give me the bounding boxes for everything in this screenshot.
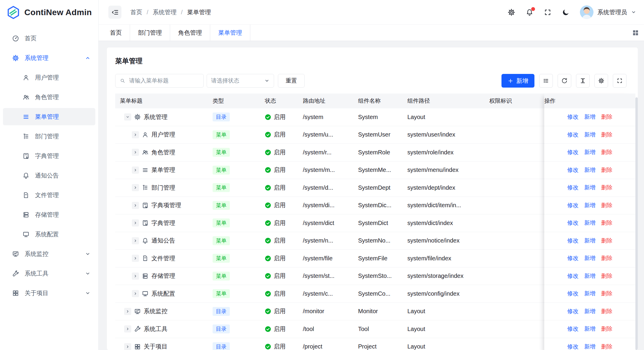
delete-link[interactable]: 删除 [601,148,613,156]
delete-link[interactable]: 删除 [601,325,613,333]
fullscreen-button[interactable] [613,74,626,88]
list-button[interactable] [539,74,553,88]
row-expand-button[interactable] [132,290,139,297]
sidebar-item-存储管理[interactable]: 存储管理 [3,206,95,223]
row-expand-button[interactable] [124,308,131,315]
edit-link[interactable]: 修改 [567,343,579,350]
add-link[interactable]: 新增 [584,272,596,280]
line-height-button[interactable] [576,74,590,88]
delete-link[interactable]: 删除 [601,254,613,262]
delete-link[interactable]: 删除 [601,219,613,227]
delete-link[interactable]: 删除 [601,166,613,174]
search-input[interactable] [129,77,199,84]
component-name-cell: Monitor [353,308,403,315]
delete-link[interactable]: 删除 [601,202,613,209]
add-link[interactable]: 新增 [584,290,596,297]
refresh-button[interactable] [558,74,571,88]
sidebar-item-关于项目[interactable]: 关于项目 [3,284,95,302]
vertical-scrollbar-thumb[interactable] [635,97,638,350]
edit-link[interactable]: 修改 [567,237,579,245]
row-expand-button[interactable] [132,255,139,262]
row-collapse-button[interactable] [124,113,131,121]
add-button[interactable]: 新增 [501,74,534,88]
row-expand-button[interactable] [132,184,139,191]
bell-icon[interactable] [526,8,534,16]
edit-link[interactable]: 修改 [567,308,579,315]
add-link[interactable]: 新增 [584,184,596,191]
gear-button[interactable] [594,74,608,88]
sidebar-item-label: 字典管理 [35,152,59,160]
delete-link[interactable]: 删除 [601,237,613,245]
delete-link[interactable]: 删除 [601,184,613,191]
add-link[interactable]: 新增 [584,237,596,245]
edit-link[interactable]: 修改 [567,290,579,297]
sidebar-item-系统监控[interactable]: 系统监控 [3,245,95,262]
breadcrumb-item[interactable]: 首页 [130,8,142,16]
edit-link[interactable]: 修改 [567,166,579,174]
menu-title-cell: 系统配置 [115,290,208,298]
tab-首页[interactable]: 首页 [102,25,130,41]
sidebar-item-系统管理[interactable]: 系统管理 [3,49,95,66]
add-link[interactable]: 新增 [584,131,596,139]
add-link[interactable]: 新增 [584,202,596,209]
row-expand-button[interactable] [132,273,139,280]
delete-link[interactable]: 删除 [601,343,613,350]
delete-link[interactable]: 删除 [601,308,613,315]
status-select[interactable]: 请选择状态 [207,74,274,88]
edit-link[interactable]: 修改 [567,325,579,333]
row-expand-button[interactable] [124,343,131,350]
edit-link[interactable]: 修改 [567,254,579,262]
fullscreen-icon[interactable] [544,8,552,16]
delete-link[interactable]: 删除 [601,113,613,121]
row-expand-button[interactable] [132,131,139,138]
edit-link[interactable]: 修改 [567,148,579,156]
add-link[interactable]: 新增 [584,254,596,262]
edit-link[interactable]: 修改 [567,113,579,121]
row-expand-button[interactable] [132,149,139,156]
delete-link[interactable]: 删除 [601,272,613,280]
gear-icon[interactable] [507,8,515,16]
tab-角色管理[interactable]: 角色管理 [170,25,210,41]
delete-link[interactable]: 删除 [601,131,613,139]
breadcrumb-item[interactable]: 菜单管理 [187,8,211,16]
add-link[interactable]: 新增 [584,166,596,174]
sidebar-item-菜单管理[interactable]: 菜单管理 [3,108,95,125]
sidebar-item-系统工具[interactable]: 系统工具 [3,265,95,282]
add-link[interactable]: 新增 [584,219,596,227]
sidebar-item-首页[interactable]: 首页 [3,30,95,47]
sidebar-item-部门管理[interactable]: 部门管理 [3,128,95,145]
tab-菜单管理[interactable]: 菜单管理 [210,25,250,41]
edit-link[interactable]: 修改 [567,131,579,139]
sidebar-item-系统配置[interactable]: 系统配置 [3,226,95,243]
row-expand-button[interactable] [132,237,139,244]
moon-fill-icon[interactable] [562,8,570,16]
top-header: 首页/系统管理/菜单管理 [99,0,644,25]
add-link[interactable]: 新增 [584,148,596,156]
add-link[interactable]: 新增 [584,113,596,121]
delete-link[interactable]: 删除 [601,290,613,297]
sidebar-item-字典管理[interactable]: 字典管理 [3,147,95,164]
component-name-cell: SystemNo... [353,237,403,244]
sidebar-item-通知公告[interactable]: 通知公告 [3,167,95,184]
edit-link[interactable]: 修改 [567,184,579,191]
add-link[interactable]: 新增 [584,343,596,350]
tab-list-grid-icon[interactable] [632,29,639,37]
row-expand-button[interactable] [132,219,139,227]
add-link[interactable]: 新增 [584,308,596,315]
sidebar-collapse-button[interactable] [108,6,121,19]
row-expand-button[interactable] [132,167,139,174]
reset-button[interactable]: 重置 [278,74,305,88]
edit-link[interactable]: 修改 [567,272,579,280]
sidebar-item-用户管理[interactable]: 用户管理 [3,69,95,86]
add-link[interactable]: 新增 [584,325,596,333]
user-menu[interactable]: 系统管理员 [580,5,636,19]
edit-link[interactable]: 修改 [567,202,579,209]
table-row: 字典管理菜单启用/system/dictSystemDictsystem/dic… [115,214,544,232]
edit-link[interactable]: 修改 [567,219,579,227]
row-expand-button[interactable] [124,325,131,332]
row-expand-button[interactable] [132,202,139,209]
breadcrumb-item[interactable]: 系统管理 [153,8,177,16]
sidebar-item-角色管理[interactable]: 角色管理 [3,88,95,106]
tab-部门管理[interactable]: 部门管理 [130,25,170,41]
sidebar-item-文件管理[interactable]: 文件管理 [3,186,95,204]
